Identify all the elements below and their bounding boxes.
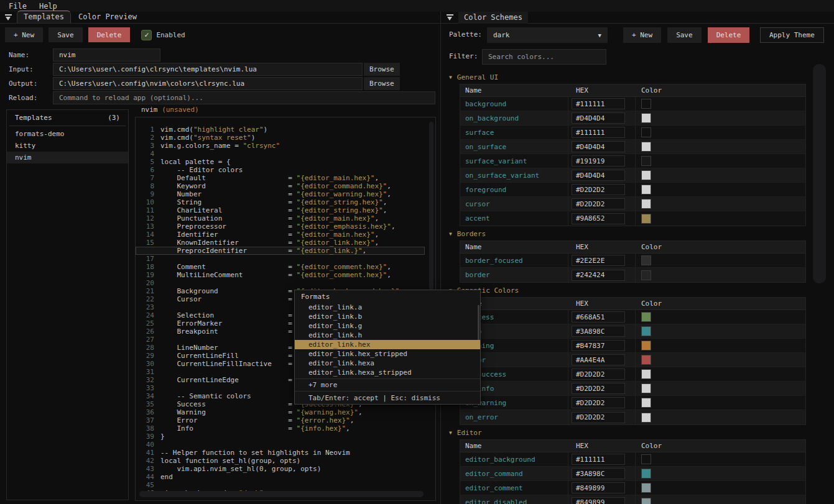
code-line[interactable]: 38 Info = "{info.hex}", xyxy=(136,424,425,433)
code-line[interactable]: 20 xyxy=(136,279,425,287)
code-line[interactable]: 41-- Helper function to set highlights i… xyxy=(136,449,425,457)
color-row[interactable]: on_surface_variant#D4D4D4 xyxy=(460,168,805,183)
code-line[interactable]: 2vim.cmd("syntax reset") xyxy=(136,134,425,142)
autocomplete-more-item[interactable]: +7 more xyxy=(295,380,480,390)
code-line[interactable]: 10 String = "{editor_string.hex}", xyxy=(136,198,425,206)
code-line[interactable]: 13 Preprocessor = "{editor_emphasis.hex}… xyxy=(136,222,425,231)
color-row[interactable]: editor_background#111111 xyxy=(460,452,805,467)
hex-value-field[interactable]: #668A51 xyxy=(572,311,625,323)
code-line[interactable]: 44end xyxy=(136,473,425,481)
autocomplete-item[interactable]: editor_link.hexa xyxy=(295,359,480,368)
color-swatch[interactable] xyxy=(641,199,651,209)
autocomplete-item[interactable]: editor_link.hexa_stripped xyxy=(295,368,480,377)
color-swatch[interactable] xyxy=(641,355,651,365)
code-line[interactable]: 43 vim.api.nvim_set_hl(0, group, opts) xyxy=(136,465,425,473)
hex-value-field[interactable]: #D2D2D2 xyxy=(572,184,625,195)
code-line[interactable]: 18 Comment = "{editor_comment.hex}", xyxy=(136,263,425,271)
code-line[interactable]: 7 Default = "{editor_main.hex}", xyxy=(136,174,425,182)
color-row[interactable]: surface#111111 xyxy=(460,126,805,140)
autocomplete-item[interactable]: editor_link.h xyxy=(295,331,480,340)
color-row[interactable]: warning#B47837 xyxy=(460,339,805,353)
color-row[interactable]: on_info#D2D2D2 xyxy=(460,382,805,396)
code-line[interactable]: PreprocIdentifier = "{editor_link.}", xyxy=(136,247,425,255)
color-swatch[interactable] xyxy=(641,483,651,493)
hex-value-field[interactable]: #242424 xyxy=(572,270,625,281)
code-line[interactable]: 12 Punctuation = "{editor_main.hex}", xyxy=(136,214,425,222)
hex-value-field[interactable]: #D2D2D2 xyxy=(572,383,625,394)
enabled-checkbox[interactable]: ✓ xyxy=(141,30,152,40)
color-swatch[interactable] xyxy=(641,156,651,166)
save-template-button[interactable]: Save xyxy=(49,27,83,42)
popup-scrollbar[interactable] xyxy=(478,305,480,340)
section-header[interactable]: ▼Semantic Colors xyxy=(449,286,813,295)
template-list-item[interactable]: nvim xyxy=(7,152,128,163)
color-row[interactable]: error#AA4E4A xyxy=(460,353,805,367)
new-palette-button[interactable]: + New xyxy=(623,27,661,43)
autocomplete-item[interactable]: editor_link.a xyxy=(295,303,480,312)
code-line[interactable]: 42local function set_hl(group, opts) xyxy=(136,457,425,465)
menu-item-help[interactable]: Help xyxy=(39,2,57,11)
code-line[interactable]: 1vim.cmd("highlight clear") xyxy=(136,126,425,134)
section-header[interactable]: ▼Editor xyxy=(449,429,813,437)
autocomplete-item[interactable]: editor_link.hex xyxy=(295,340,480,349)
color-row[interactable]: success#668A51 xyxy=(460,310,805,324)
delete-palette-button[interactable]: Delete xyxy=(708,27,750,43)
color-swatch[interactable] xyxy=(641,383,651,393)
color-row[interactable]: info#3A898C xyxy=(460,324,805,339)
palette-dropdown[interactable]: dark ▼ xyxy=(487,27,608,43)
color-swatch[interactable] xyxy=(641,398,651,408)
color-swatch[interactable] xyxy=(641,326,651,336)
code-line[interactable]: 3vim.g.colors_name = "clrsync" xyxy=(136,142,425,150)
color-row[interactable]: on_background#D4D4D4 xyxy=(460,111,805,126)
hex-value-field[interactable]: #D4D4D4 xyxy=(572,141,625,152)
menu-item-file[interactable]: File xyxy=(9,2,27,11)
hex-value-field[interactable]: #B47837 xyxy=(572,340,625,351)
color-row[interactable]: cursor#D2D2D2 xyxy=(460,197,805,211)
color-swatch[interactable] xyxy=(641,369,651,379)
color-row[interactable]: on_success#D2D2D2 xyxy=(460,367,805,382)
hex-value-field[interactable]: #3A898C xyxy=(572,468,625,479)
hex-value-field[interactable]: #3A898C xyxy=(572,326,625,337)
code-line[interactable]: 45 xyxy=(136,481,425,489)
color-row[interactable]: border_focused#2E2E2E xyxy=(460,254,805,268)
save-palette-button[interactable]: Save xyxy=(667,27,702,43)
new-template-button[interactable]: + New xyxy=(5,27,43,42)
color-swatch[interactable] xyxy=(641,270,651,280)
code-line[interactable]: 36 Warning = "{warning.hex}", xyxy=(136,408,425,416)
input-path-field[interactable] xyxy=(53,63,363,76)
code-line[interactable]: 9 Number = "{editor_warning.hex}", xyxy=(136,190,425,198)
hex-value-field[interactable]: #111111 xyxy=(572,127,625,138)
collapse-panel-icon[interactable] xyxy=(447,14,453,21)
color-swatch[interactable] xyxy=(641,498,651,504)
color-row[interactable]: editor_comment#849899 xyxy=(460,481,805,495)
hex-value-field[interactable]: #111111 xyxy=(572,98,625,109)
code-line[interactable]: 19 MultiLineComment = "{editor_comment.h… xyxy=(136,271,425,279)
color-swatch[interactable] xyxy=(641,469,651,479)
color-swatch[interactable] xyxy=(641,413,651,423)
color-swatch[interactable] xyxy=(641,341,651,351)
color-swatch[interactable] xyxy=(641,214,651,224)
hex-value-field[interactable]: #111111 xyxy=(572,454,625,465)
hex-value-field[interactable]: #D2D2D2 xyxy=(572,198,625,209)
code-line[interactable]: 17 xyxy=(136,255,425,263)
color-row[interactable]: editor_disabled#849899 xyxy=(460,495,805,504)
code-line[interactable]: 4 xyxy=(136,150,425,158)
reload-command-field[interactable] xyxy=(53,91,435,104)
code-line[interactable]: 6 -- Editor colors xyxy=(136,166,425,174)
hex-value-field[interactable]: #D2D2D2 xyxy=(572,412,625,423)
color-filter-input[interactable] xyxy=(482,49,606,65)
color-row[interactable]: on_warning#D2D2D2 xyxy=(460,396,805,410)
color-swatch[interactable] xyxy=(641,113,651,123)
template-list-item[interactable]: kitty xyxy=(7,140,128,152)
hex-value-field[interactable]: #849899 xyxy=(572,497,625,504)
code-line[interactable]: 11 CharLiteral = "{editor_string.hex}", xyxy=(136,206,425,214)
color-row[interactable]: surface_variant#191919 xyxy=(460,154,805,168)
editor-vertical-scrollbar[interactable] xyxy=(429,122,433,302)
code-line[interactable]: 8 Keyword = "{editor_command.hex}", xyxy=(136,182,425,190)
hex-value-field[interactable]: #D4D4D4 xyxy=(572,170,625,181)
color-swatch[interactable] xyxy=(641,142,651,152)
hex-value-field[interactable]: #AA4E4A xyxy=(572,354,625,365)
code-line[interactable]: 40 xyxy=(136,441,425,449)
panel-vertical-scrollbar[interactable] xyxy=(813,64,826,283)
section-header[interactable]: ▼General UI xyxy=(449,73,813,81)
